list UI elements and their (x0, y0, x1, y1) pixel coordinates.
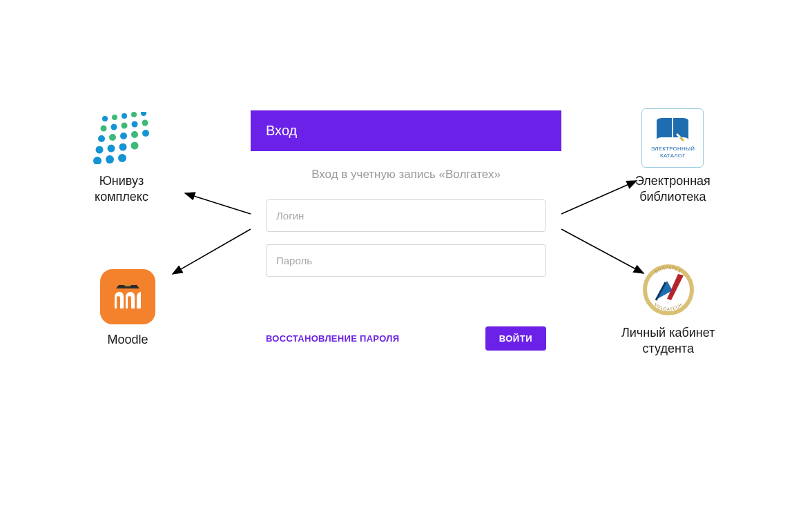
svg-point-21 (119, 144, 127, 151)
diagram-canvas: Юнивуз комплекс Moodle (0, 0, 812, 530)
svg-point-5 (112, 115, 117, 120)
service-personal-cabinet[interactable]: ВОЛГАТЕХ VOLGATECH Личный кабинет студен… (621, 259, 715, 357)
login-title: Вход (251, 110, 561, 151)
svg-point-13 (142, 120, 148, 126)
svg-rect-27 (672, 118, 673, 140)
password-input[interactable] (266, 244, 546, 277)
svg-line-0 (185, 193, 251, 214)
svg-point-14 (98, 135, 105, 142)
svg-point-11 (122, 123, 128, 129)
svg-point-20 (108, 145, 115, 153)
univuz-icon (90, 107, 153, 169)
svg-point-4 (102, 116, 108, 121)
service-moodle[interactable]: Moodle (100, 266, 155, 348)
svg-line-2 (561, 181, 637, 214)
svg-point-16 (120, 132, 127, 139)
login-card: Вход Вход в учетную запись «Волгатех» ВО… (251, 110, 561, 359)
catalog-icon: ЭЛЕКТРОННЫЙ КАТАЛОГ (641, 107, 704, 169)
svg-point-15 (109, 134, 116, 141)
svg-point-19 (96, 146, 104, 154)
service-label: Юнивуз комплекс (95, 173, 148, 206)
service-univuz[interactable]: Юнивуз комплекс (90, 107, 153, 206)
svg-point-10 (111, 124, 117, 130)
login-button[interactable]: ВОЙТИ (485, 326, 546, 351)
moodle-icon (100, 266, 155, 328)
recover-password-link[interactable]: ВОССТАНОВЛЕНИЕ ПАРОЛЯ (266, 333, 399, 344)
svg-line-1 (173, 229, 251, 274)
volgatech-badge-icon: ВОЛГАТЕХ VOLGATECH (635, 259, 702, 321)
service-elibrary[interactable]: ЭЛЕКТРОННЫЙ КАТАЛОГ Электронная библиоте… (635, 107, 710, 206)
service-label: Moodle (107, 332, 148, 348)
svg-point-22 (131, 142, 139, 150)
svg-point-18 (142, 130, 149, 137)
svg-point-26 (124, 284, 131, 286)
svg-point-25 (118, 154, 126, 162)
svg-point-12 (132, 121, 138, 128)
service-label: Личный кабинет студента (621, 325, 715, 357)
svg-point-17 (131, 131, 138, 138)
svg-point-6 (122, 113, 127, 119)
svg-point-9 (101, 126, 107, 132)
login-subtitle: Вход в учетную запись «Волгатех» (266, 168, 546, 181)
service-label: Электронная библиотека (635, 173, 710, 206)
svg-point-23 (93, 157, 102, 164)
svg-point-24 (106, 155, 114, 164)
svg-point-7 (131, 112, 137, 117)
login-input[interactable] (266, 199, 546, 232)
svg-point-8 (141, 112, 146, 116)
